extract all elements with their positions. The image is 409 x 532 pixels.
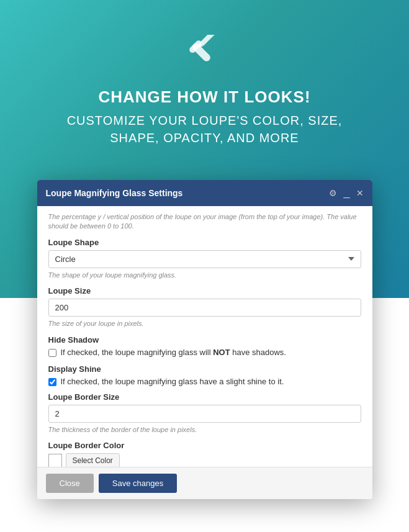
- minimize-icon[interactable]: _: [343, 186, 349, 197]
- close-button[interactable]: Close: [46, 474, 94, 493]
- display-shine-row: If checked, the loupe magnifying glass h…: [48, 377, 361, 386]
- loupe-border-size-label: Loupe Border Size: [48, 392, 361, 402]
- loupe-border-color-swatch: [48, 454, 62, 467]
- loupe-size-input[interactable]: [48, 299, 361, 317]
- display-shine-checkbox[interactable]: [48, 378, 56, 386]
- loupe-shape-hint: The shape of your loupe magnifying glass…: [48, 271, 361, 280]
- loupe-border-size-hint: The thickness of the border of the loupe…: [48, 425, 361, 435]
- hide-shadow-label: Hide Shadow: [48, 335, 361, 345]
- modal-footer: Close Save changes: [37, 467, 372, 499]
- settings-modal: Loupe Magnifying Glass Settings ⚙ _ ✕ Th…: [37, 180, 372, 499]
- hide-shadow-description: If checked, the loupe magnifying glass w…: [61, 348, 286, 357]
- loupe-size-label: Loupe Size: [48, 286, 361, 295]
- modal-body: The percentage y / vertical position of …: [37, 206, 372, 467]
- loupe-shape-select[interactable]: Circle Square Rectangle: [48, 250, 361, 268]
- display-shine-label: Display Shine: [48, 364, 361, 374]
- loupe-border-color-row: Select Color: [48, 453, 361, 467]
- hero-subtitle: CUSTOMIZE YOUR LOUPE'S COLOR, SIZE, SHAP…: [0, 112, 409, 147]
- svg-rect-2: [199, 35, 216, 46]
- gear-icon[interactable]: ⚙: [329, 189, 337, 197]
- modal-header: Loupe Magnifying Glass Settings ⚙ _ ✕: [37, 180, 372, 206]
- hide-shadow-row: If checked, the loupe magnifying glass w…: [48, 348, 361, 357]
- loupe-border-size-input[interactable]: [48, 405, 361, 423]
- save-button[interactable]: Save changes: [99, 474, 177, 493]
- modal-controls: ⚙ _ ✕: [329, 186, 363, 200]
- loupe-size-hint: The size of your loupe in pixels.: [48, 319, 361, 328]
- hero-section: CHANGE HOW IT LOOKS! CUSTOMIZE YOUR LOUP…: [0, 0, 409, 147]
- loupe-shape-label: Loupe Shape: [48, 238, 361, 247]
- loupe-border-color-button[interactable]: Select Color: [66, 453, 120, 467]
- display-shine-description: If checked, the loupe magnifying glass h…: [61, 377, 284, 386]
- loupe-border-color-label: Loupe Border Color: [48, 441, 361, 450]
- close-icon[interactable]: ✕: [356, 189, 364, 197]
- modal-title: Loupe Magnifying Glass Settings: [46, 188, 183, 198]
- tools-icon: [183, 34, 227, 78]
- top-hint: The percentage y / vertical position of …: [48, 212, 361, 232]
- hero-title: CHANGE HOW IT LOOKS!: [0, 88, 409, 107]
- hide-shadow-checkbox[interactable]: [48, 349, 56, 357]
